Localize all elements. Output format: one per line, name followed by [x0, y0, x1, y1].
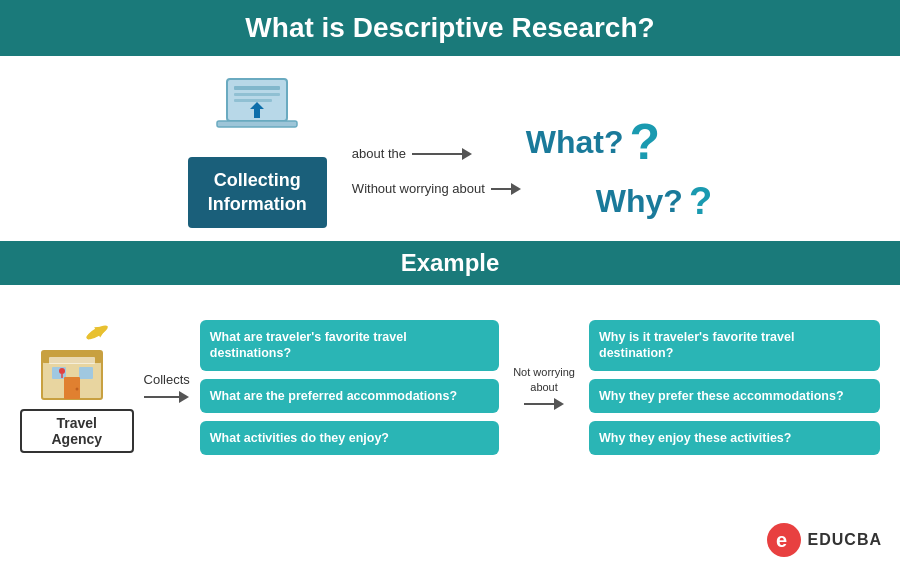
svg-rect-12	[49, 357, 95, 364]
svg-rect-1	[234, 86, 280, 90]
not-worrying-arrow	[524, 398, 564, 410]
svg-rect-2	[234, 93, 280, 96]
arrows-column: about the Without worrying about	[352, 146, 521, 196]
collects-arrow	[144, 391, 189, 403]
what-question-2: What are the preferred accommodations?	[200, 379, 499, 413]
top-section: Collecting Information about the Without…	[0, 56, 900, 241]
example-banner: Example	[0, 241, 900, 285]
travel-agency-label: Travel Agency	[20, 409, 134, 453]
travel-agency-icon	[34, 323, 119, 403]
what-question-1: What are traveler's favorite travel dest…	[200, 320, 499, 371]
svg-text:e: e	[776, 529, 787, 551]
header-banner: What is Descriptive Research?	[0, 0, 900, 56]
travel-agency-area: Travel Agency	[20, 323, 134, 453]
about-the-label: about the	[352, 146, 406, 161]
why-question-3: Why they enjoy these activities?	[589, 421, 880, 455]
what-questions-column: What are traveler's favorite travel dest…	[200, 320, 499, 455]
what-label: What?	[526, 124, 624, 161]
without-worrying-label: Without worrying about	[352, 181, 485, 196]
not-worrying-area: Not worrying about	[509, 365, 579, 410]
svg-rect-3	[234, 99, 272, 102]
why-label: Why?	[596, 183, 683, 220]
svg-rect-9	[79, 367, 93, 379]
why-row: Why? ?	[566, 182, 712, 220]
why-question-mark: ?	[689, 182, 712, 220]
what-question-mark: ?	[630, 117, 661, 167]
about-the-arrow-row: about the	[352, 146, 521, 161]
svg-rect-5	[217, 121, 297, 127]
svg-point-11	[76, 387, 79, 390]
educba-text: EDUCBA	[808, 531, 882, 549]
why-questions-column: Why is it traveler's favorite travel des…	[589, 320, 880, 455]
not-worrying-label: Not worrying about	[513, 365, 575, 394]
educba-logo: e EDUCBA	[766, 522, 882, 558]
what-row: What? ?	[526, 117, 712, 167]
example-title: Example	[0, 249, 900, 277]
collects-area: Collects	[144, 372, 190, 403]
bottom-section: Travel Agency Collects What are traveler…	[0, 285, 900, 485]
collects-label: Collects	[144, 372, 190, 387]
collecting-information-box: Collecting Information	[188, 157, 327, 228]
why-question-1: Why is it traveler's favorite travel des…	[589, 320, 880, 371]
what-why-section: What? ? Why? ?	[526, 117, 712, 220]
arrow2-line	[491, 183, 521, 195]
svg-point-16	[59, 368, 65, 374]
collecting-area: Collecting Information	[188, 74, 327, 228]
arrow1-line	[412, 148, 472, 160]
page-wrapper: What is Descriptive Research? Collecting…	[0, 0, 900, 570]
without-worrying-arrow-row: Without worrying about	[352, 181, 521, 196]
page-title: What is Descriptive Research?	[0, 12, 900, 44]
why-question-2: Why they prefer these accommodations?	[589, 379, 880, 413]
laptop-icon	[212, 74, 302, 149]
educba-icon: e	[766, 522, 802, 558]
what-question-3: What activities do they enjoy?	[200, 421, 499, 455]
